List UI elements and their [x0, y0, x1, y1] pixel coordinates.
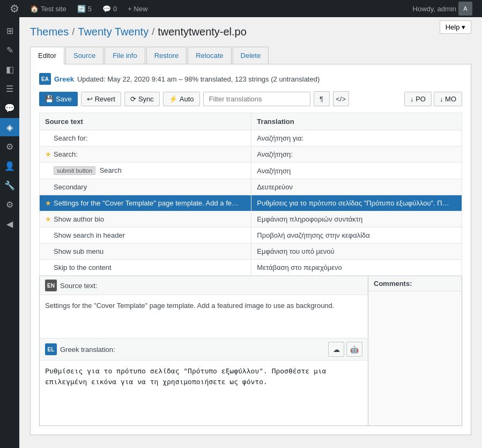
- adminbar-new[interactable]: + New: [122, 0, 153, 17]
- layout: ⊞ ✎ ◧ ☰ 💬 ◈ ⚙ 👤 🔧 ⚙ ◀ Help ▾ Themes / Tw…: [0, 17, 482, 448]
- robot-button[interactable]: 🤖: [346, 342, 362, 357]
- admin-menu: ⊞ ✎ ◧ ☰ 💬 ◈ ⚙ 👤 🔧 ⚙ ◀: [0, 17, 19, 448]
- source-panel-label: Source text:: [60, 282, 97, 290]
- table-row[interactable]: ★Show search in headerΠροβολή αναζήτησης…: [40, 227, 462, 244]
- comments-panel: Comments:: [368, 276, 462, 425]
- source-text-content: Settings for the "Cover Template" page t…: [45, 302, 334, 310]
- tab-file-info[interactable]: File info: [105, 47, 145, 64]
- translation-textarea[interactable]: Ρυθμίσεις για το πρότυπο σελίδας "Πρότυπ…: [40, 361, 368, 424]
- revert-button[interactable]: ↩ Revert: [81, 92, 121, 106]
- tab-restore[interactable]: Restore: [146, 47, 187, 64]
- lang-name: Greek: [54, 75, 74, 83]
- translation-lang-badge: EL: [45, 343, 57, 355]
- menu-comments[interactable]: 💬: [0, 99, 19, 117]
- revert-icon: ↩: [87, 95, 93, 103]
- menu-tools[interactable]: 🔧: [0, 176, 19, 194]
- table-row[interactable]: ★SecondaryΔευτερεύον: [40, 179, 462, 195]
- table-row[interactable]: ★Search:Αναζήτηση:: [40, 146, 462, 163]
- main-content: Help ▾ Themes / Twenty Twenty / twentytw…: [19, 17, 482, 448]
- content-area: EA Greek Updated: May 22, 2020 9:41 am –…: [30, 64, 471, 435]
- menu-users[interactable]: 👤: [0, 157, 19, 175]
- submit-badge: submit button: [54, 166, 95, 175]
- menu-settings[interactable]: ⚙: [0, 195, 19, 214]
- updates-icon: 🔄: [77, 5, 86, 13]
- tab-delete[interactable]: Delete: [233, 47, 269, 64]
- table-row[interactable]: ★submit button SearchΑναζήτηση: [40, 163, 462, 179]
- sync-icon: ⟳: [130, 95, 136, 103]
- table-row[interactable]: ★Settings for the "Cover Template" page …: [40, 195, 462, 211]
- adminbar-site-name[interactable]: 🏠 Test site: [25, 0, 72, 17]
- breadcrumb-twentytwenty-link[interactable]: Twenty Twenty: [78, 26, 149, 38]
- menu-appearance[interactable]: ◈: [0, 118, 19, 136]
- site-icon: 🏠: [30, 5, 39, 13]
- translation-panel-label: Greek translation:: [60, 346, 115, 354]
- status-bar: EA Greek Updated: May 22, 2020 9:41 am –…: [39, 73, 462, 85]
- adminbar-right: Howdy, admin A: [407, 0, 478, 17]
- toolbar: 💾 Save ↩ Revert ⟳ Sync ⚡ Auto ¶ </>: [39, 91, 462, 106]
- sync-button[interactable]: ⟳ Sync: [124, 92, 160, 106]
- star-icon[interactable]: ★: [45, 150, 51, 158]
- toolbar-right: ↓ PO ↓ MO: [404, 92, 462, 106]
- status-text: Updated: May 22, 2020 9:41 am – 98% tran…: [77, 75, 320, 83]
- source-lang-badge: EN: [45, 280, 57, 291]
- menu-collapse[interactable]: ◀: [0, 215, 19, 233]
- breadcrumb-filename: twentytwenty-el.po: [158, 26, 247, 38]
- comments-header: Comments:: [368, 276, 462, 291]
- menu-dashboard[interactable]: ⊞: [0, 21, 19, 40]
- nav-tabs: Editor Source File info Restore Relocate…: [30, 47, 471, 64]
- menu-plugins[interactable]: ⚙: [0, 137, 19, 156]
- col-source-header: Source text: [40, 113, 251, 130]
- table-row[interactable]: ★Show author bioΕμφάνιση πληροφοριών συν…: [40, 211, 462, 227]
- star-icon[interactable]: ★: [45, 231, 51, 239]
- star-icon[interactable]: ★: [45, 263, 51, 271]
- breadcrumb: Themes / Twenty Twenty / twentytwenty-el…: [30, 26, 471, 38]
- save-icon: 💾: [45, 95, 54, 103]
- star-icon[interactable]: ★: [45, 134, 51, 142]
- upload-button[interactable]: ☁: [328, 342, 344, 357]
- panel-actions: ☁ 🤖: [328, 342, 362, 357]
- star-icon[interactable]: ★: [45, 247, 51, 255]
- breadcrumb-sep2: /: [152, 26, 154, 38]
- tab-source[interactable]: Source: [65, 47, 103, 64]
- table-row[interactable]: ★Search for:Αναζήτηση για:: [40, 130, 462, 146]
- menu-pages[interactable]: ☰: [0, 79, 19, 98]
- tab-editor[interactable]: Editor: [30, 47, 64, 64]
- auto-icon: ⚡: [169, 95, 177, 103]
- breadcrumb-sep1: /: [72, 26, 75, 38]
- tab-relocate[interactable]: Relocate: [188, 47, 231, 64]
- pilcrow-button[interactable]: ¶: [314, 91, 330, 106]
- editor-main: EN Source text: Settings for the "Cover …: [40, 276, 368, 425]
- star-icon[interactable]: ★: [45, 215, 51, 223]
- po-download-button[interactable]: ↓ PO: [404, 92, 432, 106]
- lang-badge: EA: [39, 73, 51, 85]
- star-icon[interactable]: ★: [45, 183, 51, 191]
- help-button[interactable]: Help ▾: [440, 20, 471, 34]
- adminbar-comments[interactable]: 💬 0: [97, 0, 122, 17]
- auto-button[interactable]: ⚡ Auto: [163, 92, 200, 106]
- comments-icon: 💬: [102, 5, 111, 13]
- wp-logo[interactable]: ⚙: [4, 2, 25, 15]
- menu-posts[interactable]: ✎: [0, 41, 19, 59]
- avatar: A: [458, 2, 472, 16]
- col-translation-header: Translation: [251, 113, 462, 130]
- star-icon[interactable]: ★: [45, 166, 51, 174]
- mo-download-button[interactable]: ↓ MO: [434, 92, 462, 106]
- translation-panel-header: EL Greek translation: ☁ 🤖: [40, 338, 368, 361]
- source-panel-body: Settings for the "Cover Template" page t…: [40, 295, 368, 338]
- table-row[interactable]: ★Skip to the contentΜετάβαση στο περιεχό…: [40, 260, 462, 276]
- save-button[interactable]: 💾 Save: [39, 92, 78, 106]
- breadcrumb-themes-link[interactable]: Themes: [30, 26, 69, 38]
- star-icon[interactable]: ★: [45, 199, 51, 207]
- source-panel-header: EN Source text:: [40, 276, 368, 295]
- adminbar-updates[interactable]: 🔄 5: [72, 0, 97, 17]
- code-button[interactable]: </>: [333, 91, 349, 106]
- adminbar-howdy[interactable]: Howdy, admin A: [407, 0, 478, 17]
- admin-bar: ⚙ 🏠 Test site 🔄 5 💬 0 + New Howdy, admin…: [0, 0, 482, 17]
- translation-table: Source text Translation ★Search for:Αναζ…: [39, 113, 462, 276]
- editor-panels: EN Source text: Settings for the "Cover …: [39, 276, 462, 426]
- filter-input[interactable]: [203, 92, 310, 106]
- table-row[interactable]: ★Show sub menuΕμφάνιση του υπό μενού: [40, 244, 462, 260]
- menu-media[interactable]: ◧: [0, 60, 19, 78]
